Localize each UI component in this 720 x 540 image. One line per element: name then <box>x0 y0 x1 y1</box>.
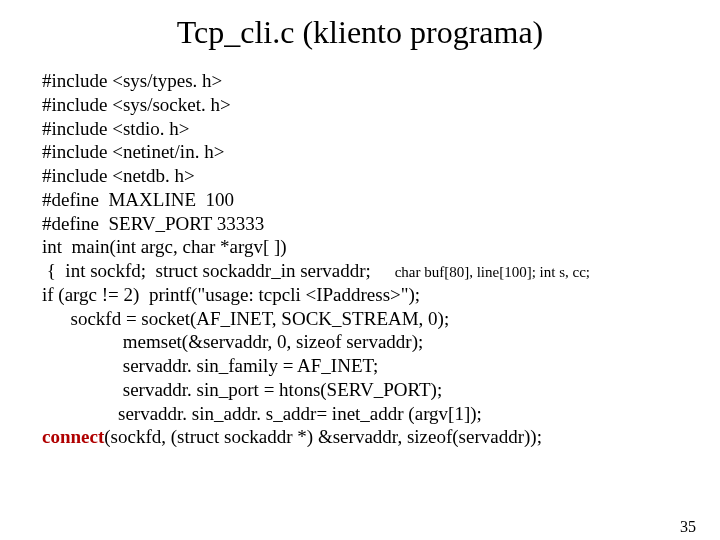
slide: Tcp_cli.c (kliento programa) #include <s… <box>0 14 720 540</box>
connect-keyword: connect <box>42 426 104 447</box>
code-line: sockfd = socket(AF_INET, SOCK_STREAM, 0)… <box>42 307 700 331</box>
slide-title: Tcp_cli.c (kliento programa) <box>0 14 720 51</box>
code-line: int main(int argc, char *argv[ ]) <box>42 235 700 259</box>
code-line: #include <stdio. h> <box>42 117 700 141</box>
code-line: servaddr. sin_family = AF_INET; <box>42 354 700 378</box>
code-line: #include <netinet/in. h> <box>42 140 700 164</box>
code-text: (sockfd, (struct sockaddr *) &servaddr, … <box>104 426 542 447</box>
code-line: { int sockfd; struct sockaddr_in servadd… <box>42 259 700 283</box>
code-line: #include <sys/types. h> <box>42 69 700 93</box>
code-line: servaddr. sin_addr. s_addr= inet_addr (a… <box>42 402 700 426</box>
code-line: if (argc != 2) printf("usage: tcpcli <IP… <box>42 283 700 307</box>
page-number: 35 <box>680 518 696 536</box>
code-block: #include <sys/types. h> #include <sys/so… <box>0 69 720 449</box>
code-line: #include <netdb. h> <box>42 164 700 188</box>
code-line: memset(&servaddr, 0, sizeof servaddr); <box>42 330 700 354</box>
code-text: { int sockfd; struct sockaddr_in servadd… <box>42 260 395 281</box>
code-line: #include <sys/socket. h> <box>42 93 700 117</box>
code-text-small: char buf[80], line[100]; int s, cc; <box>395 264 590 280</box>
code-line: connect(sockfd, (struct sockaddr *) &ser… <box>42 425 700 449</box>
code-line: #define MAXLINE 100 <box>42 188 700 212</box>
code-line: #define SERV_PORT 33333 <box>42 212 700 236</box>
code-line: servaddr. sin_port = htons(SERV_PORT); <box>42 378 700 402</box>
